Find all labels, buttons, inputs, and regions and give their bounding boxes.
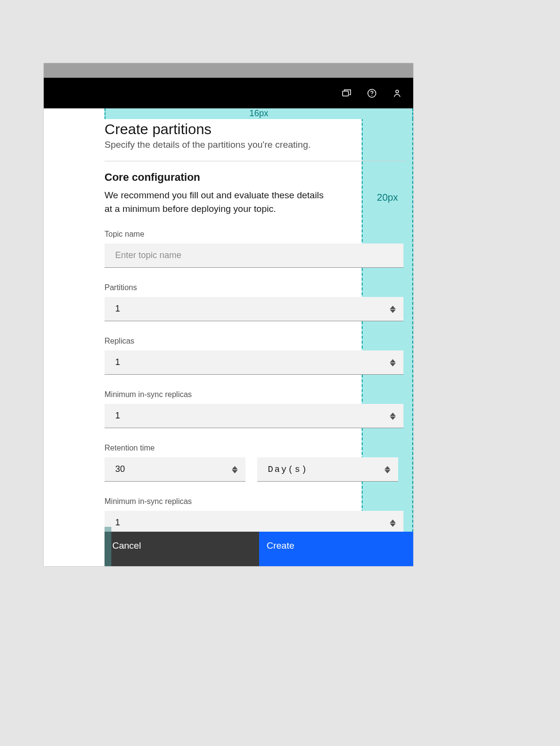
page-title: Create partitions [105, 121, 406, 138]
topic-name-label: Topic name [105, 230, 406, 239]
retention-unit-stepper[interactable] [385, 464, 391, 475]
field-min-isr: Minimum in-sync replicas [105, 390, 406, 428]
field-topic-name: Topic name [105, 230, 406, 268]
action-bar: Cancel Create [44, 532, 413, 566]
svg-point-6 [396, 90, 399, 93]
chevron-down-icon [390, 416, 396, 420]
section-heading: Core configuration [105, 171, 406, 184]
create-partitions-panel: Create partitions Specify the details of… [105, 119, 406, 535]
replicas-label: Replicas [105, 337, 406, 346]
replicas-input[interactable] [105, 350, 403, 375]
chevron-up-icon [390, 413, 396, 416]
chevron-up-icon [390, 520, 396, 523]
min-isr-2-stepper[interactable] [390, 518, 397, 528]
retention-label: Retention time [105, 444, 406, 452]
min-isr-label: Minimum in-sync replicas [105, 390, 406, 399]
retention-unit-select[interactable] [257, 457, 398, 482]
cancel-button[interactable]: Cancel [105, 532, 259, 566]
topic-name-input[interactable] [105, 243, 403, 268]
user-icon[interactable] [392, 88, 402, 99]
field-replicas: Replicas [105, 337, 406, 375]
cancel-button-label: Cancel [112, 540, 141, 551]
chevron-down-icon [390, 310, 396, 313]
divider [105, 161, 406, 161]
partitions-input[interactable] [105, 297, 403, 321]
app-header [44, 78, 413, 108]
partitions-label: Partitions [105, 283, 406, 292]
create-button-label: Create [267, 540, 295, 551]
help-icon[interactable] [367, 88, 377, 99]
min-isr-input[interactable] [105, 404, 403, 428]
min-isr-2-label: Minimum in-sync replicas [105, 497, 406, 506]
svg-point-5 [371, 95, 372, 95]
chevron-down-icon [232, 470, 238, 473]
retention-value-stepper[interactable] [232, 464, 239, 475]
partitions-stepper[interactable] [390, 304, 397, 314]
app-window: 16px 20px Create partitions Specify the … [44, 63, 413, 566]
chevron-down-icon [385, 470, 390, 473]
chevron-up-icon [385, 466, 390, 469]
min-isr-stepper[interactable] [390, 411, 397, 421]
chevron-down-icon [390, 523, 396, 527]
chevron-up-icon [232, 466, 238, 469]
field-min-isr-2: Minimum in-sync replicas [105, 497, 406, 535]
chevron-up-icon [390, 359, 396, 363]
create-button[interactable]: Create [259, 532, 414, 566]
field-partitions: Partitions [105, 283, 406, 321]
section-description: We recommend you fill out and evaluate t… [105, 189, 328, 215]
chevron-down-icon [390, 363, 396, 366]
svg-rect-3 [343, 91, 349, 96]
chevron-up-icon [390, 306, 396, 309]
retention-value-input[interactable] [105, 457, 245, 482]
content-area: 16px 20px Create partitions Specify the … [44, 108, 413, 566]
field-retention: Retention time [105, 444, 406, 482]
spec-top-label: 16px [249, 108, 268, 119]
page-subtitle: Specify the details of the partitions yo… [105, 139, 406, 150]
window-stack-icon[interactable] [341, 88, 352, 99]
window-chrome [44, 63, 413, 78]
replicas-stepper[interactable] [390, 357, 397, 368]
